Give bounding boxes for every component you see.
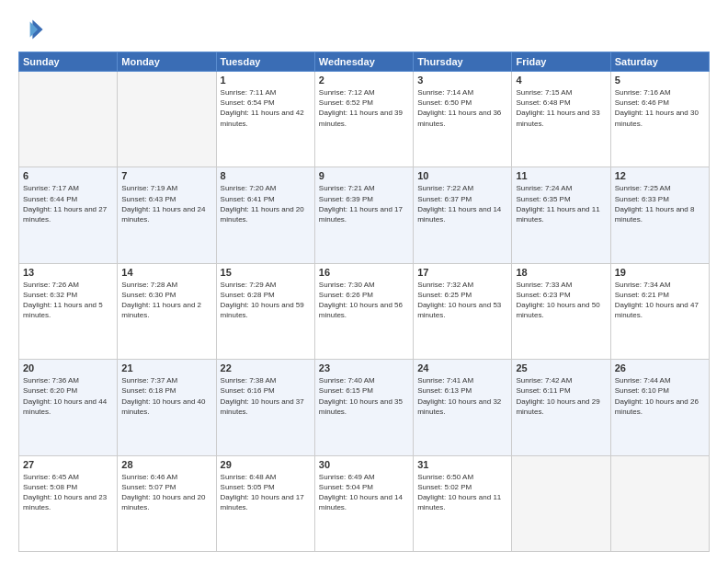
calendar-cell: 28 Sunrise: 6:46 AMSunset: 5:07 PMDaylig… xyxy=(118,455,216,551)
calendar-cell: 12 Sunrise: 7:25 AMSunset: 6:33 PMDaylig… xyxy=(610,167,709,263)
day-info: Sunrise: 6:48 AMSunset: 5:05 PMDaylight:… xyxy=(221,473,304,512)
day-number: 26 xyxy=(615,362,705,373)
weekday-header-friday: Friday xyxy=(512,52,610,72)
day-info: Sunrise: 7:33 AMSunset: 6:23 PMDaylight:… xyxy=(516,281,599,320)
calendar-week-3: 13 Sunrise: 7:26 AMSunset: 6:32 PMDaylig… xyxy=(19,263,710,359)
weekday-header-thursday: Thursday xyxy=(414,52,512,72)
weekday-header-tuesday: Tuesday xyxy=(216,52,314,72)
calendar-cell: 24 Sunrise: 7:41 AMSunset: 6:13 PMDaylig… xyxy=(414,360,512,455)
day-info: Sunrise: 7:16 AMSunset: 6:46 PMDaylight:… xyxy=(615,88,699,128)
day-info: Sunrise: 6:50 AMSunset: 5:02 PMDaylight:… xyxy=(417,473,501,512)
day-info: Sunrise: 7:36 AMSunset: 6:20 PMDaylight:… xyxy=(23,376,107,416)
weekday-header-sunday: Sunday xyxy=(19,52,118,72)
calendar-cell: 9 Sunrise: 7:21 AMSunset: 6:39 PMDayligh… xyxy=(314,167,413,263)
day-number: 2 xyxy=(319,75,409,86)
day-info: Sunrise: 7:30 AMSunset: 6:26 PMDaylight:… xyxy=(319,281,403,320)
calendar-cell: 29 Sunrise: 6:48 AMSunset: 5:05 PMDaylig… xyxy=(216,455,314,551)
day-info: Sunrise: 7:44 AMSunset: 6:10 PMDaylight:… xyxy=(615,376,699,416)
calendar-cell: 21 Sunrise: 7:37 AMSunset: 6:18 PMDaylig… xyxy=(118,360,216,455)
calendar-cell: 27 Sunrise: 6:45 AMSunset: 5:08 PMDaylig… xyxy=(19,455,118,551)
day-number: 19 xyxy=(615,267,705,278)
day-number: 23 xyxy=(319,362,409,373)
day-number: 24 xyxy=(417,362,507,373)
calendar-cell: 25 Sunrise: 7:42 AMSunset: 6:11 PMDaylig… xyxy=(512,360,610,455)
header xyxy=(18,17,710,42)
day-info: Sunrise: 7:29 AMSunset: 6:28 PMDaylight:… xyxy=(221,281,304,320)
calendar-cell xyxy=(19,72,118,167)
calendar-cell: 22 Sunrise: 7:38 AMSunset: 6:16 PMDaylig… xyxy=(216,360,314,455)
calendar-cell xyxy=(610,455,709,551)
calendar-table: SundayMondayTuesdayWednesdayThursdayFrid… xyxy=(18,52,710,552)
day-number: 21 xyxy=(121,362,211,373)
calendar-cell: 10 Sunrise: 7:22 AMSunset: 6:37 PMDaylig… xyxy=(414,167,512,263)
day-info: Sunrise: 7:25 AMSunset: 6:33 PMDaylight:… xyxy=(615,184,695,224)
day-info: Sunrise: 7:42 AMSunset: 6:11 PMDaylight:… xyxy=(516,376,599,416)
calendar-cell: 15 Sunrise: 7:29 AMSunset: 6:28 PMDaylig… xyxy=(216,263,314,359)
weekday-header-saturday: Saturday xyxy=(610,52,709,72)
day-info: Sunrise: 7:37 AMSunset: 6:18 PMDaylight:… xyxy=(121,376,205,416)
day-info: Sunrise: 7:38 AMSunset: 6:16 PMDaylight:… xyxy=(221,376,304,416)
calendar-cell: 20 Sunrise: 7:36 AMSunset: 6:20 PMDaylig… xyxy=(19,360,118,455)
day-number: 30 xyxy=(319,459,409,470)
day-info: Sunrise: 7:17 AMSunset: 6:44 PMDaylight:… xyxy=(23,184,107,224)
day-info: Sunrise: 7:24 AMSunset: 6:35 PMDaylight:… xyxy=(516,184,599,224)
day-info: Sunrise: 7:34 AMSunset: 6:21 PMDaylight:… xyxy=(615,281,699,320)
day-number: 15 xyxy=(221,267,311,278)
calendar-week-2: 6 Sunrise: 7:17 AMSunset: 6:44 PMDayligh… xyxy=(19,167,710,263)
weekday-header-wednesday: Wednesday xyxy=(314,52,413,72)
day-info: Sunrise: 7:22 AMSunset: 6:37 PMDaylight:… xyxy=(417,184,501,224)
calendar-week-4: 20 Sunrise: 7:36 AMSunset: 6:20 PMDaylig… xyxy=(19,360,710,455)
day-number: 13 xyxy=(23,267,113,278)
day-number: 11 xyxy=(516,170,606,181)
logo-icon xyxy=(18,17,44,42)
weekday-header-monday: Monday xyxy=(118,52,216,72)
day-info: Sunrise: 7:15 AMSunset: 6:48 PMDaylight:… xyxy=(516,88,599,128)
calendar-cell: 17 Sunrise: 7:32 AMSunset: 6:25 PMDaylig… xyxy=(414,263,512,359)
day-number: 16 xyxy=(319,267,409,278)
day-info: Sunrise: 7:19 AMSunset: 6:43 PMDaylight:… xyxy=(121,184,205,224)
day-info: Sunrise: 7:26 AMSunset: 6:32 PMDaylight:… xyxy=(23,281,103,320)
day-number: 6 xyxy=(23,170,113,181)
day-number: 1 xyxy=(221,75,311,86)
calendar-cell: 6 Sunrise: 7:17 AMSunset: 6:44 PMDayligh… xyxy=(19,167,118,263)
calendar-cell: 3 Sunrise: 7:14 AMSunset: 6:50 PMDayligh… xyxy=(414,72,512,167)
day-number: 18 xyxy=(516,267,606,278)
calendar-cell: 11 Sunrise: 7:24 AMSunset: 6:35 PMDaylig… xyxy=(512,167,610,263)
calendar-cell xyxy=(512,455,610,551)
calendar-cell: 30 Sunrise: 6:49 AMSunset: 5:04 PMDaylig… xyxy=(314,455,413,551)
calendar-cell: 4 Sunrise: 7:15 AMSunset: 6:48 PMDayligh… xyxy=(512,72,610,167)
day-info: Sunrise: 7:21 AMSunset: 6:39 PMDaylight:… xyxy=(319,184,403,224)
calendar-cell: 18 Sunrise: 7:33 AMSunset: 6:23 PMDaylig… xyxy=(512,263,610,359)
day-number: 28 xyxy=(121,459,211,470)
logo xyxy=(18,17,48,42)
day-number: 12 xyxy=(615,170,705,181)
calendar-cell xyxy=(118,72,216,167)
day-number: 17 xyxy=(417,267,507,278)
day-number: 20 xyxy=(23,362,113,373)
day-info: Sunrise: 6:46 AMSunset: 5:07 PMDaylight:… xyxy=(121,473,205,512)
day-number: 4 xyxy=(516,75,606,86)
day-info: Sunrise: 7:41 AMSunset: 6:13 PMDaylight:… xyxy=(417,376,501,416)
day-number: 3 xyxy=(417,75,507,86)
calendar-week-5: 27 Sunrise: 6:45 AMSunset: 5:08 PMDaylig… xyxy=(19,455,710,551)
calendar-cell: 2 Sunrise: 7:12 AMSunset: 6:52 PMDayligh… xyxy=(314,72,413,167)
calendar-page: SundayMondayTuesdayWednesdayThursdayFrid… xyxy=(0,0,728,563)
calendar-cell: 8 Sunrise: 7:20 AMSunset: 6:41 PMDayligh… xyxy=(216,167,314,263)
calendar-cell: 19 Sunrise: 7:34 AMSunset: 6:21 PMDaylig… xyxy=(610,263,709,359)
calendar-cell: 7 Sunrise: 7:19 AMSunset: 6:43 PMDayligh… xyxy=(118,167,216,263)
calendar-cell: 13 Sunrise: 7:26 AMSunset: 6:32 PMDaylig… xyxy=(19,263,118,359)
day-number: 8 xyxy=(221,170,311,181)
day-number: 14 xyxy=(121,267,211,278)
day-number: 10 xyxy=(417,170,507,181)
day-number: 27 xyxy=(23,459,113,470)
day-info: Sunrise: 7:28 AMSunset: 6:30 PMDaylight:… xyxy=(121,281,201,320)
day-number: 9 xyxy=(319,170,409,181)
day-number: 22 xyxy=(221,362,311,373)
day-number: 29 xyxy=(221,459,311,470)
day-info: Sunrise: 6:49 AMSunset: 5:04 PMDaylight:… xyxy=(319,473,403,512)
day-info: Sunrise: 7:40 AMSunset: 6:15 PMDaylight:… xyxy=(319,376,403,416)
day-info: Sunrise: 7:14 AMSunset: 6:50 PMDaylight:… xyxy=(417,88,501,128)
calendar-week-1: 1 Sunrise: 7:11 AMSunset: 6:54 PMDayligh… xyxy=(19,72,710,167)
day-number: 7 xyxy=(121,170,211,181)
day-info: Sunrise: 7:11 AMSunset: 6:54 PMDaylight:… xyxy=(221,88,304,128)
